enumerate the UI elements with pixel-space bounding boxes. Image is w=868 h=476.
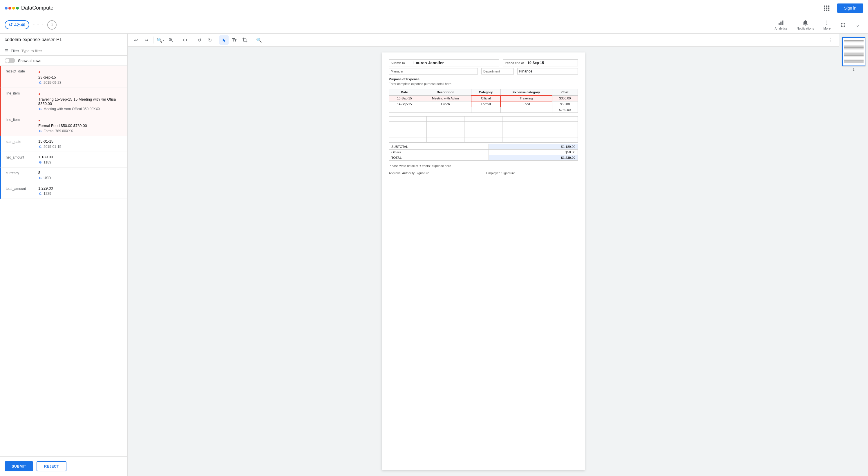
row-values-3: 15-01-15G2015-01-15 xyxy=(38,139,123,149)
more-nav-item[interactable]: More xyxy=(820,19,834,31)
period-end-label: Period end at xyxy=(505,61,525,65)
thumb-line xyxy=(844,62,864,63)
crop-button[interactable] xyxy=(240,35,249,45)
google-g-icon: G xyxy=(38,107,42,111)
zoom-out-button[interactable]: 🔍- xyxy=(156,35,165,45)
thumb-line xyxy=(844,60,864,61)
toolbar-sep-5 xyxy=(252,37,252,43)
show-all-rows-toggle[interactable] xyxy=(5,58,15,63)
cursor-button[interactable] xyxy=(219,35,228,45)
bottom-buttons: SUBMIT REJECT xyxy=(0,456,127,476)
row-key-4: net_amount xyxy=(6,155,35,160)
data-row-2: line_item●Formal Food $50.00 $789.00GFor… xyxy=(0,114,127,136)
thumb-line xyxy=(844,48,864,49)
zoom-in-button[interactable] xyxy=(166,35,176,45)
doc-header-row1: Submit To Lauren Jennifer Period end at … xyxy=(389,60,578,66)
totals-container: SUBTOTAL $1,189.00 Others $50.00 TOTAL $… xyxy=(389,144,578,161)
col-date: Date xyxy=(389,89,420,96)
expense-cell-1-3: Food xyxy=(500,101,552,107)
filter-input[interactable] xyxy=(22,49,123,53)
row-key-5: currency xyxy=(6,170,35,175)
row-values-4: 1,189.00G1189 xyxy=(38,155,123,164)
filter-bar: ☰ Filter xyxy=(0,46,127,56)
google-value-text: 2015-01-15 xyxy=(43,145,61,149)
top-navigation: DataCompute Sign in xyxy=(0,0,868,16)
expense-cell-0-3: Traveling xyxy=(500,95,552,101)
expense-cell-2-2 xyxy=(471,107,500,112)
expense-cell-2-0 xyxy=(389,107,420,112)
history-button[interactable]: ↺ xyxy=(195,35,204,45)
grid-icon[interactable] xyxy=(821,2,832,14)
text-button[interactable] xyxy=(230,35,239,45)
toolbar-sep-3 xyxy=(192,37,192,43)
data-row-4: net_amount1,189.00G1189 xyxy=(0,152,127,168)
right-panel: 1 xyxy=(839,34,868,476)
thumb-line xyxy=(844,53,864,54)
doc-header-row2: Manager Department Finance xyxy=(389,68,578,74)
total-row: TOTAL $1,239.00 xyxy=(389,155,578,160)
page-thumbnail[interactable] xyxy=(842,37,865,66)
row-values-0: ●23-Sep-15G2015-09-23 xyxy=(38,69,123,84)
code-button[interactable] xyxy=(181,35,190,45)
subtotal-row: SUBTOTAL $1,189.00 xyxy=(389,144,578,149)
thumb-line xyxy=(844,45,864,45)
google-value-text: Formal 789.00XXX xyxy=(43,129,73,133)
svg-rect-7 xyxy=(826,9,827,11)
google-value-text: 1229 xyxy=(43,192,51,196)
thumb-line xyxy=(844,52,864,53)
thumb-line xyxy=(844,47,864,48)
timer-value: 42:40 xyxy=(14,22,25,27)
col-category: Category xyxy=(471,89,500,96)
toolbar-more-button[interactable]: ⋮ xyxy=(826,35,836,45)
google-value-text: 1189 xyxy=(43,160,51,164)
show-all-rows-row: Show all rows xyxy=(0,56,127,66)
submit-to-label: Submit To xyxy=(391,61,411,65)
expense-cell-1-4: $50.00 xyxy=(552,101,578,107)
toolbar-sep-2 xyxy=(178,37,178,43)
row-google-value-5: GUSD xyxy=(38,176,123,180)
subtotal-value: $1,189.00 xyxy=(489,144,578,149)
svg-point-12 xyxy=(827,21,827,22)
reject-button[interactable]: REJECT xyxy=(36,461,66,471)
thumb-line xyxy=(844,55,864,56)
row-values-2: ●Formal Food $50.00 $789.00GFormal 789.0… xyxy=(38,117,123,133)
col-cost: Cost xyxy=(552,89,578,96)
search-doc-button[interactable]: 🔍 xyxy=(254,35,264,45)
expense-table-body: 13-Sep-15Meeting with AdamOfficialTravel… xyxy=(389,95,578,112)
show-all-rows-label: Show all rows xyxy=(18,59,41,63)
logo-dot-blue xyxy=(5,7,7,9)
nav-icons: Analytics Notifications More ⌄ xyxy=(771,19,863,31)
totals-table: SUBTOTAL $1,189.00 Others $50.00 TOTAL $… xyxy=(389,144,578,161)
row-google-value-2: GFormal 789.00XXX xyxy=(38,129,123,133)
sign-in-button[interactable]: Sign in xyxy=(837,3,863,13)
chevron-down-item[interactable]: ⌄ xyxy=(852,21,863,29)
thumb-line xyxy=(844,59,864,60)
purpose-label: Purpose of Expense xyxy=(389,77,578,81)
svg-rect-0 xyxy=(824,5,825,7)
logo-dot-green xyxy=(16,7,19,9)
thumb-line xyxy=(844,44,864,44)
col-expense-category: Expense category xyxy=(500,89,552,96)
more-label: More xyxy=(823,27,831,30)
thumb-line xyxy=(844,41,864,42)
manager-label: Manager xyxy=(391,70,411,73)
row-google-value-3: G2015-01-15 xyxy=(38,145,123,149)
left-panel: codelab-expense-parser-P1 ☰ Filter Show … xyxy=(0,34,128,476)
table-header-row: Date Description Category Expense catego… xyxy=(389,89,578,96)
doc-period-end-field: Period end at 10-Sep-15 xyxy=(503,60,578,66)
expand-nav-item[interactable] xyxy=(836,21,850,29)
analytics-nav-item[interactable]: Analytics xyxy=(771,19,791,31)
undo-button[interactable]: ↩ xyxy=(131,35,141,45)
redo-button[interactable]: ↪ xyxy=(142,35,151,45)
toolbar-sep-4 xyxy=(217,37,217,43)
svg-rect-11 xyxy=(782,20,783,25)
thumb-line xyxy=(844,58,864,58)
notifications-nav-item[interactable]: Notifications xyxy=(793,19,817,31)
row-main-value-1: Traveling 15-Sep-15 15 Meeting with 4m O… xyxy=(38,97,123,106)
expense-table-empty xyxy=(389,116,578,143)
error-indicator-1: ● xyxy=(38,92,123,96)
refresh-button[interactable]: ↻ xyxy=(205,35,214,45)
row-values-6: 1,229.00G1229 xyxy=(38,186,123,196)
data-row-0: receipt_date●23-Sep-15G2015-09-23 xyxy=(0,66,127,88)
submit-button[interactable]: SUBMIT xyxy=(5,461,33,471)
